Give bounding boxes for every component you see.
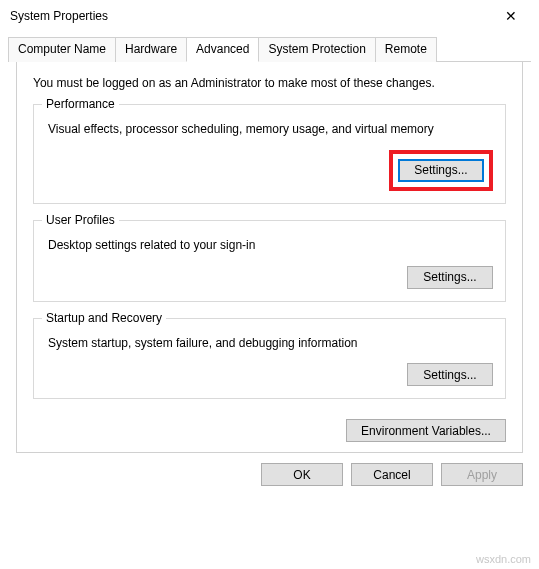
environment-variables-row: Environment Variables... (33, 419, 506, 442)
group-performance-title: Performance (42, 97, 119, 111)
group-user-profiles-desc: Desktop settings related to your sign-in (48, 237, 493, 254)
tab-hardware[interactable]: Hardware (115, 37, 187, 62)
performance-settings-button[interactable]: Settings... (398, 159, 484, 182)
group-performance-desc: Visual effects, processor scheduling, me… (48, 121, 493, 138)
window-title: System Properties (10, 9, 491, 23)
apply-button[interactable]: Apply (441, 463, 523, 486)
tab-strip: Computer Name Hardware Advanced System P… (8, 36, 531, 62)
ok-button[interactable]: OK (261, 463, 343, 486)
group-performance-button-row: Settings... (46, 150, 493, 191)
group-startup-recovery-desc: System startup, system failure, and debu… (48, 335, 493, 352)
environment-variables-button[interactable]: Environment Variables... (346, 419, 506, 442)
group-startup-recovery: Startup and Recovery System startup, sys… (33, 318, 506, 400)
group-user-profiles-title: User Profiles (42, 213, 119, 227)
admin-notice: You must be logged on as an Administrato… (33, 76, 506, 90)
user-profiles-settings-button[interactable]: Settings... (407, 266, 493, 289)
tab-system-protection[interactable]: System Protection (258, 37, 375, 62)
group-user-profiles-button-row: Settings... (46, 266, 493, 289)
group-user-profiles: User Profiles Desktop settings related t… (33, 220, 506, 302)
startup-recovery-settings-button[interactable]: Settings... (407, 363, 493, 386)
tabs-container: Computer Name Hardware Advanced System P… (0, 32, 539, 453)
group-startup-recovery-button-row: Settings... (46, 363, 493, 386)
system-properties-window: System Properties ✕ Computer Name Hardwa… (0, 0, 539, 569)
tab-computer-name[interactable]: Computer Name (8, 37, 116, 62)
close-button[interactable]: ✕ (491, 2, 531, 30)
watermark: wsxdn.com (476, 553, 531, 565)
cancel-button[interactable]: Cancel (351, 463, 433, 486)
close-icon: ✕ (505, 8, 517, 24)
tab-content-advanced: You must be logged on as an Administrato… (16, 62, 523, 453)
group-startup-recovery-title: Startup and Recovery (42, 311, 166, 325)
highlight-annotation: Settings... (389, 150, 493, 191)
group-performance: Performance Visual effects, processor sc… (33, 104, 506, 204)
dialog-footer: OK Cancel Apply (0, 453, 539, 498)
titlebar: System Properties ✕ (0, 0, 539, 32)
tab-remote[interactable]: Remote (375, 37, 437, 62)
tab-advanced[interactable]: Advanced (186, 37, 259, 62)
